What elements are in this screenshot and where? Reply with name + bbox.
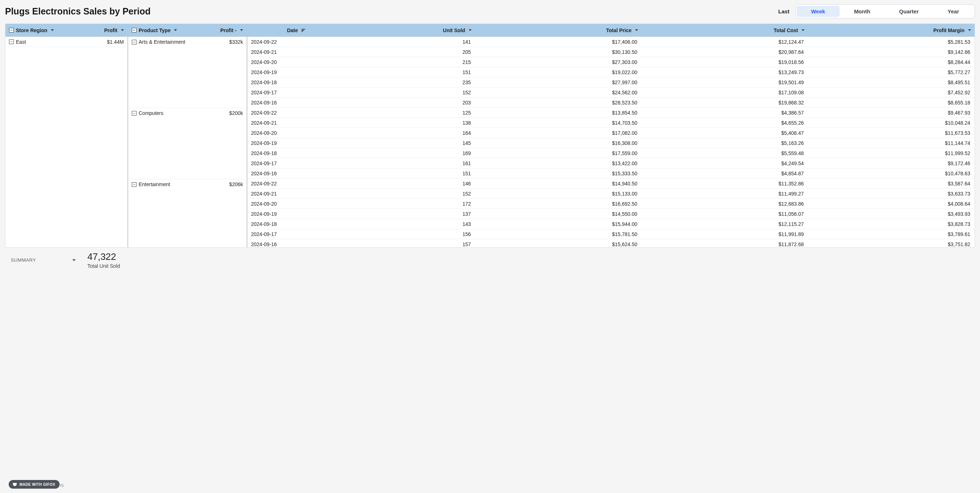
cell-unit-sold: 151 xyxy=(309,69,475,75)
table-row[interactable]: 2024-09-18169$17,559.00$5,559.48$11,999.… xyxy=(247,148,975,158)
cell-date: 2024-09-21 xyxy=(247,120,309,126)
cell-profit-margin: $11,999.52 xyxy=(808,150,975,156)
region-profit-header-label: Profit xyxy=(104,27,117,33)
region-header-label: Store Region xyxy=(16,27,47,33)
product-row[interactable]: −Entertainment$206k xyxy=(128,179,247,189)
table-row[interactable]: 2024-09-17152$24,562.00$17,109.08$7,452.… xyxy=(247,88,975,97)
region-name: East xyxy=(16,39,26,45)
cell-total-price: $27,997.00 xyxy=(475,80,642,85)
summary-toggle[interactable]: SUMMARY xyxy=(6,256,79,264)
table-row[interactable]: 2024-09-20215$27,303.00$19,018.56$8,284.… xyxy=(247,57,975,67)
collapse-icon[interactable]: − xyxy=(132,111,137,116)
period-btn-quarter[interactable]: Quarter xyxy=(885,6,933,17)
pivot-table: − Store Region Profit − East $1.44M − xyxy=(5,24,975,247)
cell-total-price: $14,940.50 xyxy=(475,181,642,187)
cell-total-price: $13,854.50 xyxy=(475,110,642,116)
caret-down-icon xyxy=(802,29,805,31)
cell-date: 2024-09-19 xyxy=(247,69,309,75)
cell-total-cost: $12,124.47 xyxy=(642,39,808,45)
table-row[interactable]: 2024-09-22146$14,940.50$11,352.86$3,587.… xyxy=(247,179,975,189)
cell-unit-sold: 169 xyxy=(309,150,475,156)
product-profit: $200k xyxy=(229,110,243,116)
product-spacer xyxy=(128,47,247,57)
cell-total-cost: $19,868.32 xyxy=(642,100,808,105)
collapse-icon[interactable]: − xyxy=(132,40,137,45)
region-row[interactable]: − East $1.44M xyxy=(5,37,127,47)
table-row[interactable]: 2024-09-22125$13,854.50$4,386.57$9,467.9… xyxy=(247,108,975,118)
table-row[interactable]: 2024-09-16151$15,333.50$4,854.87$10,478.… xyxy=(247,168,975,179)
cell-total-cost: $11,499.27 xyxy=(642,191,808,196)
cell-unit-sold: 157 xyxy=(309,241,475,247)
table-row[interactable]: 2024-09-19151$19,022.00$13,249.73$5,772.… xyxy=(247,67,975,77)
period-btn-week[interactable]: Week xyxy=(797,6,840,17)
region-body: − East $1.44M xyxy=(5,37,127,247)
product-row[interactable]: −Arts & Entertainment$332k xyxy=(128,37,247,47)
cell-total-price: $14,703.50 xyxy=(475,120,642,126)
collapse-icon[interactable]: − xyxy=(9,39,14,44)
caret-down-icon xyxy=(174,29,177,31)
cell-profit-margin: $11,673.53 xyxy=(808,130,975,136)
table-row[interactable]: 2024-09-21152$15,133.00$11,499.27$3,633.… xyxy=(247,189,975,199)
total-cost-header[interactable]: Total Cost xyxy=(642,27,808,33)
product-profit-header-label: Profit - xyxy=(220,27,237,33)
product-profit-header[interactable]: Profit - xyxy=(216,27,247,33)
total-price-header[interactable]: Total Price xyxy=(475,27,642,33)
cell-profit-margin: $9,172.46 xyxy=(808,161,975,166)
product-spacer xyxy=(128,230,247,240)
cell-total-price: $14,550.00 xyxy=(475,211,642,217)
profit-margin-header-label: Profit Margin xyxy=(934,27,964,33)
product-row[interactable]: −Computers$200k xyxy=(128,108,247,118)
cell-date: 2024-09-21 xyxy=(247,49,309,55)
profit-margin-header[interactable]: Profit Margin xyxy=(808,27,975,33)
cell-total-price: $13,422.00 xyxy=(475,161,642,166)
product-column-group: − Product Type Profit - −Arts & Entertai… xyxy=(128,24,247,247)
cell-total-cost: $11,872.68 xyxy=(642,241,808,247)
summary-bar: SUMMARY 47,322 Total Unit Sold xyxy=(5,247,975,269)
table-row[interactable]: 2024-09-20172$16,692.50$12,683.86$4,008.… xyxy=(247,199,975,209)
cell-profit-margin: $8,655.18 xyxy=(808,100,975,105)
product-spacer xyxy=(128,240,247,247)
table-row[interactable]: 2024-09-20164$17,082.00$5,408.47$11,673.… xyxy=(247,128,975,138)
product-spacer xyxy=(128,57,247,67)
cell-total-cost: $13,249.73 xyxy=(642,69,808,75)
cell-unit-sold: 151 xyxy=(309,171,475,176)
product-header[interactable]: − Product Type xyxy=(128,27,181,33)
product-spacer xyxy=(128,139,247,148)
table-row[interactable]: 2024-09-17156$15,781.50$11,991.89$3,789.… xyxy=(247,229,975,239)
table-row[interactable]: 2024-09-17161$13,422.00$4,249.54$9,172.4… xyxy=(247,158,975,168)
period-segmented-control[interactable]: WeekMonthQuarterYear xyxy=(795,4,975,18)
gifox-badge[interactable]: MADE WITH GIFOX xyxy=(9,480,60,489)
region-header[interactable]: − Store Region xyxy=(5,27,57,33)
collapse-all-icon[interactable]: − xyxy=(9,28,14,32)
collapse-all-icon[interactable]: − xyxy=(132,28,137,32)
cell-unit-sold: 138 xyxy=(309,120,475,126)
cell-unit-sold: 137 xyxy=(309,211,475,217)
table-row[interactable]: 2024-09-22141$17,406.00$12,124.47$5,281.… xyxy=(247,37,975,47)
unit-sold-header[interactable]: Unit Sold xyxy=(309,27,475,33)
product-spacer xyxy=(128,220,247,230)
cell-profit-margin: $3,633.73 xyxy=(808,191,975,196)
period-btn-year[interactable]: Year xyxy=(933,6,974,17)
date-header[interactable]: Date xyxy=(247,27,309,33)
table-row[interactable]: 2024-09-18143$15,944.00$12,115.27$3,828.… xyxy=(247,219,975,229)
table-row[interactable]: 2024-09-18235$27,997.00$19,501.49$8,495.… xyxy=(247,77,975,88)
caret-down-icon xyxy=(469,29,472,31)
cell-date: 2024-09-22 xyxy=(247,181,309,187)
cell-total-cost: $4,386.57 xyxy=(642,110,808,116)
table-row[interactable]: 2024-09-21205$30,130.50$20,987.64$9,142.… xyxy=(247,47,975,57)
table-row[interactable]: 2024-09-16157$15,624.50$11,872.68$3,751.… xyxy=(247,239,975,247)
region-profit-header[interactable]: Profit xyxy=(100,27,127,33)
caret-down-icon xyxy=(968,29,971,31)
table-row[interactable]: 2024-09-21138$14,703.50$4,655.26$10,048.… xyxy=(247,118,975,128)
product-profit: $332k xyxy=(229,39,243,45)
table-row[interactable]: 2024-09-16203$28,523.50$19,868.32$8,655.… xyxy=(247,97,975,108)
collapse-icon[interactable]: − xyxy=(132,182,137,187)
table-row[interactable]: 2024-09-19145$16,308.00$5,163.26$11,144.… xyxy=(247,138,975,148)
table-row[interactable]: 2024-09-19137$14,550.00$11,056.07$3,493.… xyxy=(247,209,975,219)
fox-icon xyxy=(12,482,18,487)
cell-total-cost: $12,683.86 xyxy=(642,201,808,207)
cell-total-price: $16,692.50 xyxy=(475,201,642,207)
sort-desc-icon[interactable] xyxy=(302,29,305,32)
cell-unit-sold: 235 xyxy=(309,80,475,85)
period-btn-month[interactable]: Month xyxy=(840,6,885,17)
